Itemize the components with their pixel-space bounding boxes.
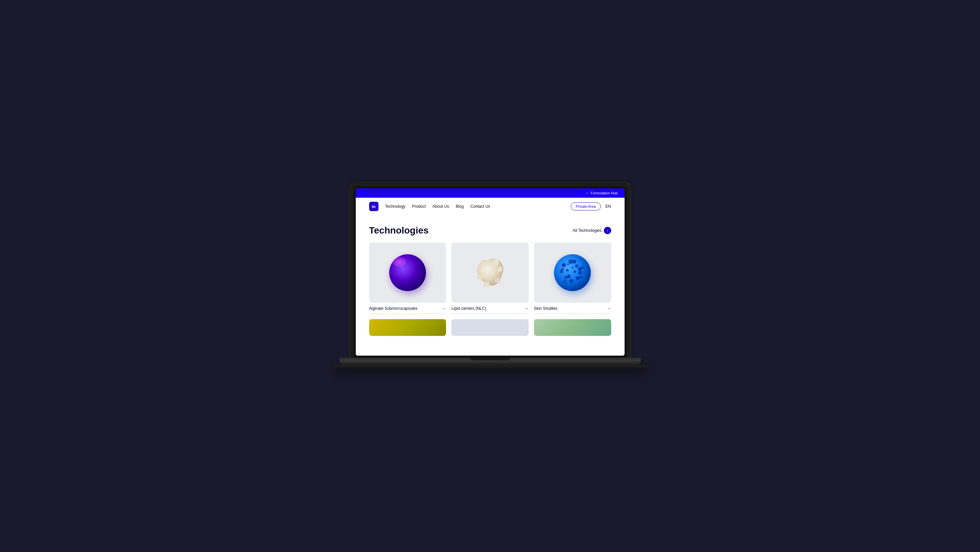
formulation-hub-link[interactable]: → Formulation Hub bbox=[585, 191, 617, 195]
nav-link-about-us[interactable]: About Us bbox=[433, 204, 449, 209]
card-arrow-lipid: → bbox=[525, 306, 529, 311]
private-area-button[interactable]: Private Area bbox=[571, 203, 601, 211]
navigation: in Technology Product About Us Blog Cont… bbox=[356, 198, 625, 215]
card-arrow-skin-shuttles: → bbox=[607, 306, 611, 311]
svg-point-18 bbox=[579, 276, 582, 278]
card-label-skin-shuttles: Skin Shuttles → bbox=[534, 306, 611, 314]
svg-point-10 bbox=[570, 279, 573, 283]
card-alginate[interactable]: Alginate Submicrocapsules → bbox=[369, 242, 446, 314]
svg-point-15 bbox=[571, 266, 573, 269]
svg-point-0 bbox=[492, 259, 499, 266]
svg-point-19 bbox=[567, 263, 569, 265]
logo: in bbox=[369, 202, 379, 211]
svg-point-4 bbox=[477, 274, 482, 280]
card-image-lipid bbox=[451, 242, 529, 303]
skin-shuttles-sphere bbox=[554, 254, 591, 291]
card-image-alginate bbox=[369, 242, 446, 303]
card-skin-shuttles[interactable]: Skin Shuttles → bbox=[534, 242, 611, 314]
svg-point-7 bbox=[575, 264, 578, 268]
card-label-lipid: Lipid carriers (NLC) → bbox=[451, 306, 529, 314]
svg-point-8 bbox=[578, 271, 582, 274]
top-banner: → Formulation Hub bbox=[356, 188, 625, 198]
screen-bezel: → Formulation Hub in Technology Product … bbox=[354, 186, 627, 357]
svg-point-11 bbox=[564, 276, 567, 279]
nav-right: Private Area EN bbox=[571, 203, 611, 211]
technology-cards-bottom bbox=[369, 319, 611, 336]
nav-link-blog[interactable]: Blog bbox=[456, 204, 464, 209]
svg-point-2 bbox=[495, 278, 501, 283]
nav-link-product[interactable]: Product bbox=[412, 204, 426, 209]
svg-point-9 bbox=[576, 277, 579, 280]
screen-inner: → Formulation Hub in Technology Product … bbox=[356, 188, 625, 356]
logo-text: in bbox=[372, 204, 376, 209]
laptop-screen-outer: → Formulation Hub in Technology Product … bbox=[350, 182, 631, 357]
lipid-blob-svg bbox=[471, 254, 508, 291]
nav-link-contact-us[interactable]: Contact Us bbox=[471, 204, 490, 209]
laptop-base bbox=[340, 357, 641, 365]
main-content: Technologies All Technologies › bbox=[356, 215, 625, 356]
card-bottom-3 bbox=[534, 319, 611, 336]
svg-point-3 bbox=[484, 282, 490, 287]
technology-cards-grid: Alginate Submicrocapsules → bbox=[369, 242, 611, 314]
svg-point-5 bbox=[562, 263, 566, 267]
nav-link-technology[interactable]: Technology bbox=[385, 204, 406, 209]
all-technologies-link[interactable]: All Technologies › bbox=[573, 227, 611, 234]
laptop-bottom bbox=[333, 365, 648, 370]
pores-svg bbox=[554, 254, 591, 291]
svg-point-17 bbox=[581, 266, 584, 269]
card-title-alginate: Alginate Submicrocapsules bbox=[369, 306, 418, 311]
banner-arrow-icon: → bbox=[585, 191, 589, 195]
card-arrow-alginate: → bbox=[442, 306, 446, 311]
scene: → Formulation Hub in Technology Product … bbox=[347, 182, 634, 370]
card-lipid[interactable]: Lipid carriers (NLC) → bbox=[451, 242, 529, 314]
section-title: Technologies bbox=[369, 225, 429, 236]
nav-links: Technology Product About Us Blog Contact… bbox=[385, 204, 571, 209]
svg-point-13 bbox=[566, 269, 569, 272]
alginate-sphere bbox=[389, 254, 426, 291]
svg-point-6 bbox=[568, 259, 573, 264]
card-label-alginate: Alginate Submicrocapsules → bbox=[369, 306, 446, 314]
web-content: → Formulation Hub in Technology Product … bbox=[356, 188, 625, 356]
language-selector[interactable]: EN bbox=[606, 204, 611, 209]
card-image-skin-shuttles bbox=[534, 242, 611, 303]
section-header: Technologies All Technologies › bbox=[369, 225, 611, 236]
banner-link-label: Formulation Hub bbox=[590, 191, 617, 195]
card-bottom-2 bbox=[451, 319, 529, 336]
svg-point-1 bbox=[497, 266, 503, 272]
card-title-skin-shuttles: Skin Shuttles bbox=[534, 306, 557, 311]
all-tech-label: All Technologies bbox=[573, 228, 602, 233]
card-title-lipid: Lipid carriers (NLC) bbox=[451, 306, 486, 311]
svg-point-14 bbox=[573, 270, 576, 273]
svg-point-16 bbox=[561, 268, 564, 271]
card-bottom-1 bbox=[369, 319, 446, 336]
all-tech-icon: › bbox=[604, 227, 611, 234]
